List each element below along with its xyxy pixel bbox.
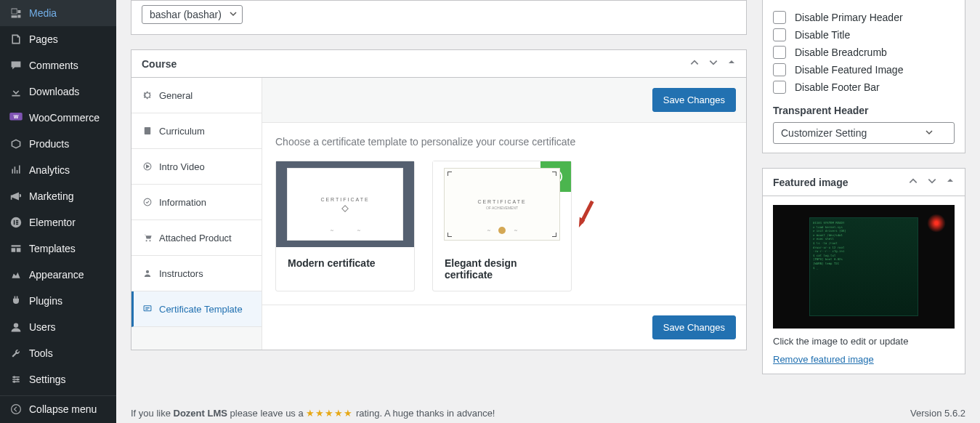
toggle-panel-icon[interactable] (727, 57, 736, 70)
disable-primary-header-checkbox[interactable] (773, 11, 786, 24)
disable-breadcrumb-checkbox[interactable] (773, 46, 786, 59)
sidebar-item-label: Media (29, 7, 57, 19)
certificate-card-elegant[interactable]: CERTIFICATE OF ACHIEVEMENT ～～ Elegant de… (432, 161, 572, 291)
metabox-body: 01101 SYSTEM READY> load kernel.sys> ini… (763, 196, 965, 374)
certificate-thumbnail: CERTIFICATE ～～ (276, 161, 414, 247)
sidebar-item-tools[interactable]: Tools (0, 340, 116, 366)
certificate-grid: CERTIFICATE ～～ Modern certificate (275, 161, 733, 291)
certificate-preview: CERTIFICATE ～～ (287, 168, 403, 241)
svg-point-17 (146, 270, 149, 273)
certificate-thumbnail: CERTIFICATE OF ACHIEVEMENT ～～ (433, 161, 571, 247)
woo-icon: W (9, 110, 23, 125)
sidebar-item-products[interactable]: Products (0, 131, 116, 157)
tab-intro-video[interactable]: Intro Video (131, 149, 262, 185)
tab-information[interactable]: Information (131, 185, 262, 220)
checkbox-row: Disable Title (773, 26, 955, 44)
toolbar-top: Save Changes (262, 78, 746, 123)
cert-preview-subtitle: OF ACHIEVEMENT (486, 206, 518, 210)
marketing-icon (9, 189, 23, 204)
svg-point-11 (12, 405, 21, 414)
cart-icon (142, 232, 153, 243)
sidebar-item-label: Marketing (29, 190, 73, 202)
tab-certificate-template[interactable]: Certificate Template (131, 291, 262, 327)
move-up-icon[interactable] (908, 176, 918, 188)
rating-stars-link[interactable]: ★★★★★ (306, 408, 353, 419)
download-icon (9, 84, 23, 99)
sidebar-item-elementor[interactable]: Elementor (0, 209, 116, 235)
svg-rect-5 (16, 222, 18, 223)
transparent-header-select[interactable]: Customizer Setting (773, 122, 955, 144)
sidebar-item-appearance[interactable]: Appearance (0, 262, 116, 288)
tab-attached-product[interactable]: Attached Product (131, 220, 262, 256)
media-icon (9, 6, 23, 20)
tab-content: Save Changes Choose a certificate templa… (262, 78, 746, 350)
play-icon (142, 161, 153, 172)
sidebar-item-settings[interactable]: Settings (0, 366, 116, 392)
tools-icon (9, 346, 23, 360)
sidebar-item-users[interactable]: Users (0, 314, 116, 340)
sidebar-item-label: Tools (29, 347, 53, 359)
sidebar-item-templates[interactable]: Templates (0, 235, 116, 262)
svg-rect-3 (14, 220, 15, 225)
certificate-description: Choose a certificate template to persona… (275, 136, 733, 148)
sidebar-item-label: WooCommerce (29, 112, 100, 124)
author-select[interactable]: bashar (bashar) (142, 5, 243, 24)
author-metabox: bashar (bashar) (131, 0, 747, 35)
svg-rect-18 (144, 306, 151, 311)
comment-icon (9, 58, 23, 73)
tab-general[interactable]: General (131, 78, 262, 113)
admin-footer: If you like Dozent LMS please leave us a… (131, 408, 965, 419)
disable-featured-image-checkbox[interactable] (773, 63, 786, 76)
sidebar-item-marketing[interactable]: Marketing (0, 183, 116, 209)
move-down-icon[interactable] (927, 176, 937, 188)
select-value: Customizer Setting (781, 127, 867, 139)
checkbox-label: Disable Breadcrumb (795, 47, 887, 58)
sidebar-item-pages[interactable]: Pages (0, 26, 116, 52)
tab-instructors[interactable]: Instructors (131, 256, 262, 291)
sidebar-item-plugins[interactable]: Plugins (0, 288, 116, 314)
sidebar-item-media[interactable]: Media (0, 0, 116, 26)
featured-image-hint: Click the image to edit or update (773, 336, 955, 347)
users-icon (9, 320, 23, 334)
panel-title: Course (142, 58, 177, 70)
move-down-icon[interactable] (708, 57, 718, 70)
settings-icon (9, 372, 23, 387)
sidebar-item-label: Appearance (29, 269, 84, 281)
sidebar-item-woocommerce[interactable]: W WooCommerce (0, 105, 116, 131)
chevron-down-icon (229, 9, 238, 20)
author-selected-value: bashar (bashar) (150, 9, 222, 20)
metabox-body: Disable Primary Header Disable Title Dis… (763, 0, 965, 153)
tab-label: Information (159, 197, 206, 208)
tab-label: Intro Video (159, 161, 205, 172)
save-changes-button-bottom[interactable]: Save Changes (652, 315, 736, 339)
sidebar-item-analytics[interactable]: Analytics (0, 157, 116, 183)
collapse-icon (9, 402, 23, 416)
disable-title-checkbox[interactable] (773, 28, 786, 41)
gear-icon (142, 89, 153, 101)
toggle-panel-icon[interactable] (946, 176, 955, 188)
toolbar-bottom: Save Changes (262, 305, 746, 350)
move-up-icon[interactable] (689, 57, 700, 70)
checkbox-row: Disable Featured Image (773, 61, 955, 78)
certificate-card-modern[interactable]: CERTIFICATE ～～ Modern certificate (275, 161, 415, 291)
check-circle-icon (142, 196, 153, 208)
templates-icon (9, 241, 23, 256)
checkbox-label: Disable Title (795, 29, 850, 41)
checkbox-label: Disable Featured Image (795, 64, 903, 76)
admin-sidebar: Media Pages Comments Downloads W WooComm… (0, 0, 116, 423)
remove-featured-image-link[interactable]: Remove featured image (773, 354, 874, 365)
svg-rect-6 (16, 224, 18, 225)
featured-image-preview[interactable]: 01101 SYSTEM READY> load kernel.sys> ini… (773, 205, 955, 329)
sidebar-item-downloads[interactable]: Downloads (0, 78, 116, 105)
page-icon (9, 32, 23, 47)
sidebar-item-comments[interactable]: Comments (0, 52, 116, 78)
tab-curriculum[interactable]: Curriculum (131, 113, 262, 149)
version-label: Version 5.6.2 (910, 408, 965, 419)
tab-label: Attached Product (159, 233, 232, 243)
sidebar-item-label: Pages (29, 33, 58, 45)
collapse-menu[interactable]: Collapse menu (0, 395, 116, 422)
save-changes-button-top[interactable]: Save Changes (652, 88, 736, 112)
appearance-icon (9, 267, 23, 282)
disable-footer-bar-checkbox[interactable] (773, 81, 786, 94)
checkbox-label: Disable Footer Bar (795, 81, 880, 93)
